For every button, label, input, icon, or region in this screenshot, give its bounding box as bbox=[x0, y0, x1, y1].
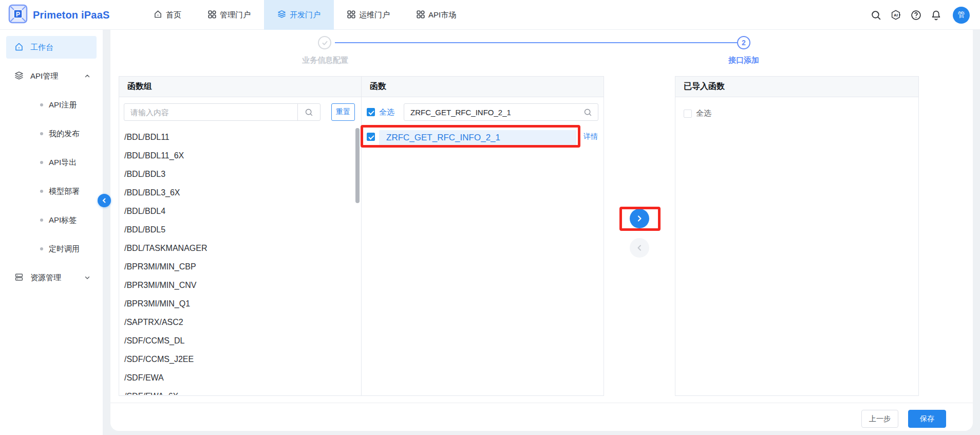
user-avatar[interactable]: 管 bbox=[953, 7, 970, 24]
function-group-list-item[interactable]: /BDL/BDL11 bbox=[119, 128, 355, 147]
step2-circle-active: 2 bbox=[737, 36, 750, 49]
search-icon[interactable] bbox=[577, 104, 598, 120]
function-group-list-item[interactable]: /SDF/CCMS_J2EE bbox=[119, 350, 355, 369]
search-icon[interactable] bbox=[297, 104, 320, 120]
function-group-search-input[interactable] bbox=[124, 104, 297, 120]
topbar-actions: AI 管 bbox=[870, 0, 970, 30]
function-group-list: /BDL/BDL11 /BDL/BDL11_6X /BDL/BDL3 /BDL/… bbox=[119, 128, 355, 395]
top-navigation: 首页 管理门户 开发门户 运维门户 API市场 bbox=[140, 0, 469, 30]
topnav-item-dev-portal[interactable]: 开发门户 bbox=[264, 0, 334, 30]
function-row: ZRFC_GET_RFC_INFO_2_1 详情 bbox=[362, 128, 604, 147]
sidebar-item-api-management[interactable]: API管理 bbox=[6, 65, 97, 87]
function-group-section: 函数组 重置 /BDL/BDL11 /BDL/BDL11_6X /BDL/ bbox=[119, 77, 361, 395]
imported-select-all-checkbox[interactable] bbox=[684, 110, 692, 118]
imported-functions-panel: 已导入函数 全选 bbox=[675, 76, 919, 396]
footer-divider bbox=[110, 403, 973, 403]
bullet-dot-icon bbox=[40, 161, 43, 164]
grid-icon bbox=[208, 10, 216, 20]
svg-text:AI: AI bbox=[894, 13, 898, 17]
sidebar-subitem-label: 我的发布 bbox=[49, 129, 80, 139]
chevron-left-icon bbox=[101, 197, 107, 204]
topnav-label: API市场 bbox=[428, 10, 456, 20]
chevron-up-icon bbox=[84, 72, 90, 81]
sidebar-subitem[interactable]: API标签 bbox=[6, 209, 97, 231]
sidebar-item-label: 资源管理 bbox=[30, 273, 61, 283]
sidebar-item-workbench[interactable]: 工作台 bbox=[6, 36, 97, 59]
svg-text:P: P bbox=[16, 11, 20, 18]
chevron-down-icon bbox=[84, 274, 90, 282]
transfer-source-panel: 函数组 重置 /BDL/BDL11 /BDL/BDL11_6X /BDL/ bbox=[119, 76, 604, 396]
sidebar-subitem[interactable]: 模型部署 bbox=[6, 180, 97, 203]
function-group-list-item[interactable]: /SAPTRX/ASC2 bbox=[119, 313, 355, 332]
grid-icon bbox=[347, 10, 355, 20]
function-group-list-item[interactable]: /BDL/TASKMANAGER bbox=[119, 239, 355, 258]
function-group-list-item[interactable]: /SDF/EWA bbox=[119, 369, 355, 387]
scrollbar-thumb[interactable] bbox=[355, 128, 360, 203]
bell-icon[interactable] bbox=[930, 9, 941, 21]
function-search bbox=[404, 103, 598, 121]
function-group-list-item[interactable]: /BPR3MI/MIN_CNV bbox=[119, 276, 355, 295]
sidebar-subitem[interactable]: API注册 bbox=[6, 94, 97, 116]
step2-label: 接口添加 bbox=[692, 56, 795, 65]
imported-controls-row: 全选 bbox=[684, 108, 711, 118]
topnav-item-api-market[interactable]: API市场 bbox=[403, 0, 469, 30]
topnav-item-ops-portal[interactable]: 运维门户 bbox=[334, 0, 403, 30]
function-group-list-item[interactable]: /BDL/BDL3 bbox=[119, 165, 355, 184]
select-all-checkbox[interactable] bbox=[367, 108, 375, 116]
sidebar-subitem-label: API导出 bbox=[49, 158, 77, 168]
bullet-dot-icon bbox=[40, 103, 43, 106]
function-row-checkbox[interactable] bbox=[367, 133, 375, 141]
sidebar-item-resource-management[interactable]: 资源管理 bbox=[6, 266, 97, 289]
function-group-list-item[interactable]: /BPR3MI/MIN_CBP bbox=[119, 258, 355, 276]
function-panel-title: 函数 bbox=[362, 77, 604, 97]
function-group-list-item[interactable]: /BPR3MI/MIN_Q1 bbox=[119, 295, 355, 313]
sidebar-subitem[interactable]: API导出 bbox=[6, 151, 97, 174]
help-icon[interactable] bbox=[910, 9, 921, 21]
topnav-label: 管理门户 bbox=[220, 10, 251, 20]
sidebar-subitem[interactable]: 我的发布 bbox=[6, 122, 97, 145]
function-group-list-item[interactable]: /SDF/EWA_6X bbox=[119, 387, 355, 395]
function-group-search bbox=[124, 103, 321, 121]
topnav-item-home[interactable]: 首页 bbox=[140, 0, 195, 30]
topnav-item-admin-portal[interactable]: 管理门户 bbox=[195, 0, 264, 30]
ai-assistant-icon[interactable]: AI bbox=[890, 9, 901, 21]
function-group-list-item[interactable]: /BDL/BDL5 bbox=[119, 221, 355, 239]
topbar: P Primeton iPaaS 首页 管理门户 开发门户 运维门户 bbox=[0, 0, 980, 30]
sidebar-collapse-button[interactable] bbox=[98, 194, 111, 207]
function-controls-row: 全选 bbox=[367, 103, 598, 121]
home-icon bbox=[154, 10, 162, 20]
brand-logo-icon: P bbox=[8, 4, 28, 26]
function-row-selected[interactable]: ZRFC_GET_RFC_INFO_2_1 bbox=[379, 130, 576, 146]
function-group-list-item[interactable]: /SDF/CCMS_DL bbox=[119, 332, 355, 350]
main-content: 2 业务信息配置 接口添加 函数组 重置 /BDL/BDL11 bbox=[110, 30, 973, 431]
stepper-connector-line bbox=[335, 42, 738, 43]
move-left-button[interactable] bbox=[630, 238, 649, 258]
screen: P Primeton iPaaS 首页 管理门户 开发门户 运维门户 bbox=[0, 0, 980, 435]
step1-circle-done bbox=[318, 36, 331, 49]
brand[interactable]: P Primeton iPaaS bbox=[8, 0, 110, 30]
function-group-panel-title: 函数组 bbox=[119, 77, 361, 97]
save-button[interactable]: 保存 bbox=[908, 410, 946, 428]
reset-button[interactable]: 重置 bbox=[331, 103, 355, 121]
function-detail-link[interactable]: 详情 bbox=[583, 132, 598, 141]
bullet-dot-icon bbox=[40, 132, 43, 135]
function-group-list-item[interactable]: /BDL/BDL4 bbox=[119, 202, 355, 221]
sidebar-subitem-label: 定时调用 bbox=[49, 244, 80, 254]
function-group-search-row: 重置 bbox=[124, 103, 355, 121]
home-icon bbox=[14, 42, 24, 53]
brand-name: Primeton iPaaS bbox=[33, 9, 110, 21]
move-right-button[interactable] bbox=[630, 209, 649, 228]
topnav-label: 运维门户 bbox=[359, 10, 390, 20]
function-group-list-item[interactable]: /BDL/BDL3_6X bbox=[119, 184, 355, 202]
topnav-label: 首页 bbox=[166, 10, 181, 20]
function-group-list-item[interactable]: /BDL/BDL11_6X bbox=[119, 147, 355, 165]
sidebar-item-label: API管理 bbox=[30, 71, 58, 81]
bullet-dot-icon bbox=[40, 247, 43, 250]
sidebar-subitem[interactable]: 定时调用 bbox=[6, 238, 97, 260]
previous-step-button[interactable]: 上一步 bbox=[861, 410, 898, 428]
function-search-input[interactable] bbox=[404, 104, 577, 120]
function-section: 函数 全选 ZRFC_GET_RFC_INFO_2_1 详情 bbox=[361, 77, 604, 395]
grid-icon bbox=[417, 10, 425, 20]
sidebar-subitem-label: API标签 bbox=[49, 215, 77, 225]
search-icon[interactable] bbox=[870, 9, 881, 21]
